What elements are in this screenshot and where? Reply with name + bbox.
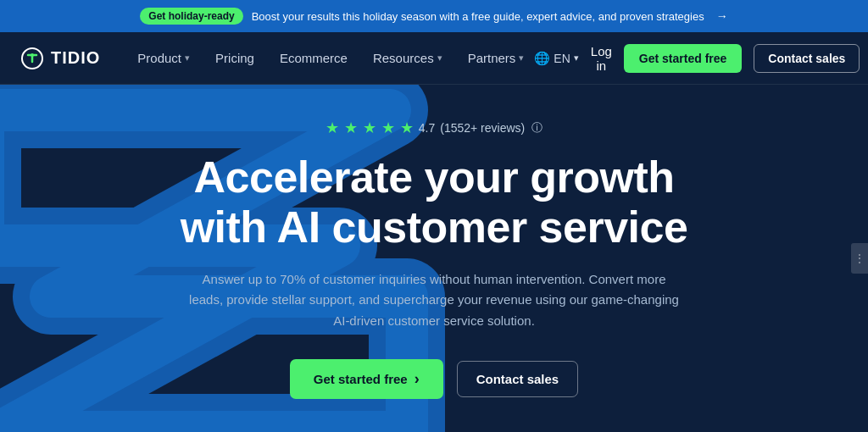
navbar-left: TIDIO Product ▾ Pricing Ecommerce Resour… (20, 46, 534, 70)
rating-info-icon[interactable]: ⓘ (531, 120, 542, 136)
hero-headline-line1: Accelerate your growth (194, 152, 675, 202)
hero-headline: Accelerate your growth with AI customer … (181, 152, 688, 252)
logo[interactable]: TIDIO (20, 47, 100, 70)
nav-links: Product ▾ Pricing Ecommerce Resources ▾ … (127, 46, 534, 70)
nav-item-resources[interactable]: Resources ▾ (363, 46, 453, 70)
hero-subtext: Answer up to 70% of customer inquiries w… (188, 269, 680, 332)
hero-get-started-button[interactable]: Get started free › (290, 359, 443, 399)
nav-pricing-label: Pricing (215, 51, 254, 65)
navbar: TIDIO Product ▾ Pricing Ecommerce Resour… (0, 32, 868, 85)
lang-chevron-icon: ▾ (574, 53, 579, 64)
nav-contact-sales-button[interactable]: Contact sales (754, 44, 860, 73)
language-label: EN (554, 52, 570, 65)
announcement-bar[interactable]: Get holiday-ready Boost your results thi… (0, 0, 868, 32)
star-3: ★ (363, 119, 376, 137)
hero-content: ★ ★ ★ ★ ★ 4.7 (1552+ reviews) ⓘ Accelera… (181, 119, 688, 399)
nav-product-label: Product (137, 51, 181, 65)
nav-partners-label: Partners (468, 51, 516, 65)
hero-section: ★ ★ ★ ★ ★ 4.7 (1552+ reviews) ⓘ Accelera… (0, 85, 868, 432)
hero-contact-sales-button[interactable]: Contact sales (457, 361, 579, 397)
resources-chevron-icon: ▾ (437, 53, 442, 64)
svg-point-0 (31, 53, 34, 57)
nav-ecommerce-label: Ecommerce (280, 51, 348, 65)
star-5: ★ (400, 119, 414, 137)
rating-row: ★ ★ ★ ★ ★ 4.7 (1552+ reviews) ⓘ (326, 119, 542, 137)
star-1: ★ (326, 119, 339, 137)
globe-icon: 🌐 (534, 51, 550, 66)
nav-get-started-button[interactable]: Get started free (624, 44, 742, 73)
nav-item-partners[interactable]: Partners ▾ (458, 46, 535, 70)
logo-text: TIDIO (51, 48, 100, 68)
announcement-badge[interactable]: Get holiday-ready (140, 8, 242, 25)
product-chevron-icon: ▾ (185, 53, 190, 64)
rating-value: 4.7 (419, 121, 435, 135)
nav-item-ecommerce[interactable]: Ecommerce (270, 46, 358, 70)
navbar-right: 🌐 EN ▾ Log in Get started free Contact s… (534, 44, 860, 73)
language-selector[interactable]: 🌐 EN ▾ (534, 51, 578, 66)
logo-icon (20, 47, 44, 70)
announcement-arrow: → (716, 9, 728, 23)
announcement-text: Boost your results this holiday season w… (252, 10, 704, 23)
nav-resources-label: Resources (373, 51, 434, 65)
nav-item-pricing[interactable]: Pricing (205, 46, 264, 70)
login-button[interactable]: Log in (591, 44, 612, 73)
rating-count: (1552+ reviews) (440, 121, 525, 135)
scroll-handle[interactable] (851, 243, 868, 274)
partners-chevron-icon: ▾ (519, 53, 524, 64)
hero-headline-line2: with AI customer service (181, 202, 688, 252)
hero-cta-row: Get started free › Contact sales (290, 359, 578, 399)
hero-cta-arrow: › (415, 370, 420, 388)
hero-get-started-label: Get started free (314, 372, 408, 386)
star-2: ★ (344, 119, 358, 137)
star-4: ★ (381, 119, 395, 137)
nav-item-product[interactable]: Product ▾ (127, 46, 200, 70)
